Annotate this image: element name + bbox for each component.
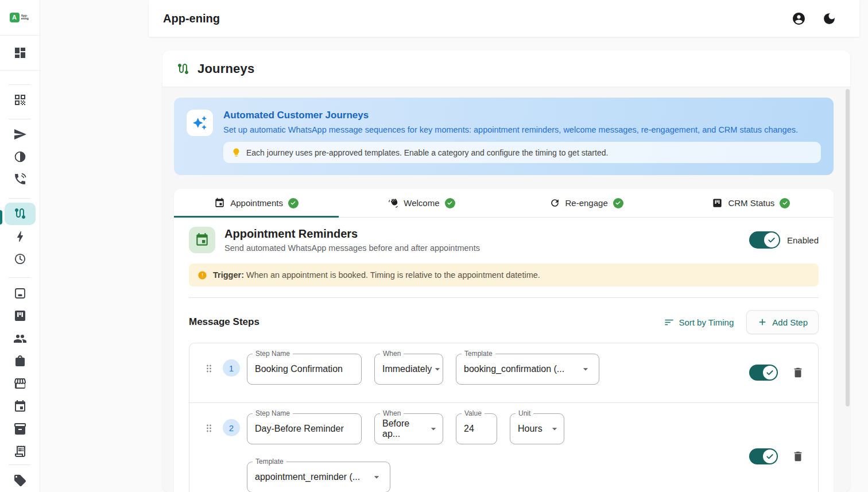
template-select[interactable]: Template booking_confirmation (...	[456, 354, 599, 385]
delete-step-button[interactable]	[792, 366, 804, 379]
chevron-down-icon	[428, 423, 439, 435]
sidebar-item-journeys[interactable]	[5, 203, 36, 225]
appointments-panel: Appointment Reminders Send automated Wha…	[174, 218, 834, 492]
page-body: Automated Customer Journeys Set up autom…	[162, 87, 850, 492]
field-label: Step Name	[253, 350, 293, 358]
calendar-icon	[189, 227, 215, 253]
chevron-down-icon	[549, 423, 560, 435]
step-number: 1	[223, 359, 240, 377]
sidebar-item-archive[interactable]	[0, 417, 40, 440]
enabled-label: Enabled	[787, 235, 819, 245]
theme-toggle-button[interactable]	[822, 11, 836, 26]
logo-badge: A	[10, 13, 20, 22]
sidebar-item-store[interactable]	[0, 373, 40, 395]
tab-appointments[interactable]: Appointments	[174, 189, 339, 217]
page-title: Journeys	[197, 61, 254, 76]
sidebar-item-schedule[interactable]	[0, 247, 40, 270]
delete-step-button[interactable]	[792, 450, 804, 463]
tab-crm-status[interactable]: CRM Status	[669, 189, 834, 217]
tab-label: Welcome	[404, 198, 439, 208]
step-name-input[interactable]	[255, 364, 354, 374]
value-input[interactable]	[464, 424, 489, 434]
trigger-banner: Trigger: When an appointment is booked. …	[189, 264, 819, 286]
people-icon	[13, 332, 27, 346]
tab-re-engage[interactable]: Re-engage	[504, 189, 669, 217]
sidebar-item-products[interactable]	[0, 350, 40, 372]
unit-value: Hours	[518, 424, 542, 434]
app-logo[interactable]: A App-ening	[0, 0, 40, 36]
sidebar-item-send[interactable]	[0, 123, 40, 145]
add-step-button[interactable]: Add Step	[746, 310, 819, 334]
sidebar-item-tags[interactable]	[0, 470, 40, 492]
archive-icon	[13, 422, 27, 436]
drag-handle[interactable]	[203, 363, 215, 385]
step-name-field[interactable]: Step Name	[247, 354, 362, 385]
sparkles-icon	[187, 110, 213, 136]
inbox-icon	[13, 286, 27, 300]
bolt-icon	[13, 230, 27, 243]
sidebar-item-contrast[interactable]	[0, 145, 40, 168]
step-enabled-toggle[interactable]	[749, 448, 778, 464]
divider	[9, 84, 31, 85]
verified-badge-icon	[445, 198, 455, 208]
sidebar-item-inbox[interactable]	[0, 282, 40, 305]
tab-welcome[interactable]: Welcome	[339, 189, 503, 217]
drag-dots-icon	[203, 363, 215, 374]
unit-select[interactable]: Unit Hours	[510, 413, 564, 444]
account-button[interactable]	[792, 11, 806, 26]
sort-icon	[664, 317, 675, 328]
scrollbar-thumb[interactable]	[846, 89, 850, 406]
sort-label: Sort by Timing	[679, 317, 734, 327]
calendar-icon	[13, 400, 27, 413]
receipt-icon	[13, 444, 27, 458]
alert-icon	[197, 270, 207, 280]
enabled-toggle[interactable]	[749, 231, 780, 249]
tab-label: Re-engage	[565, 198, 608, 208]
sidebar-item-automations[interactable]	[0, 225, 40, 247]
sidebar-item-calendar[interactable]	[0, 395, 40, 417]
step-name-input[interactable]	[255, 424, 354, 434]
sidebar-item-kanban[interactable]	[0, 305, 40, 327]
sidebar-item-orders[interactable]	[0, 440, 40, 462]
template-value: appointment_reminder (...	[255, 472, 360, 482]
when-select[interactable]: When Before ap...	[374, 413, 443, 444]
refresh-icon	[549, 197, 560, 208]
journey-categories-card: Appointments Welcome Re-engage CRM Statu…	[174, 189, 834, 492]
sidebar-item-calls[interactable]	[0, 168, 40, 191]
field-label: Value	[462, 409, 485, 417]
when-select[interactable]: When Immediately	[374, 354, 443, 385]
step-enabled-toggle[interactable]	[749, 365, 778, 381]
route-icon	[176, 62, 190, 76]
tag-icon	[13, 474, 27, 487]
field-label: Step Name	[253, 409, 293, 417]
field-label: When	[380, 350, 404, 358]
sidebar: A App-ening	[0, 0, 40, 492]
verified-badge-icon	[613, 198, 623, 208]
sidebar-item-dashboard[interactable]	[13, 41, 27, 64]
message-steps-title: Message Steps	[189, 316, 259, 328]
app-title: App-ening	[163, 12, 220, 25]
step-row-1: 1 Step Name When Immediately	[189, 343, 818, 402]
send-icon	[13, 127, 27, 141]
qr-code-icon	[13, 93, 27, 107]
journeys-card: Journeys Automated Customer Journeys Set…	[162, 51, 850, 492]
bag-icon	[13, 354, 27, 368]
account-icon	[792, 11, 806, 26]
tab-bar: Appointments Welcome Re-engage CRM Statu…	[174, 189, 834, 218]
page-header: Journeys	[162, 51, 850, 87]
value-field[interactable]: Value	[456, 413, 497, 444]
trash-icon	[792, 450, 804, 463]
kanban-icon	[13, 309, 27, 323]
toggle-check-icon	[763, 450, 777, 463]
sort-by-timing-button[interactable]: Sort by Timing	[664, 317, 734, 328]
divider	[9, 464, 31, 465]
chevron-down-icon	[371, 471, 382, 483]
step-name-field[interactable]: Step Name	[247, 413, 362, 444]
drag-handle[interactable]	[203, 423, 215, 492]
sidebar-item-qr[interactable]	[0, 89, 40, 111]
phone-icon	[13, 172, 27, 186]
banner-tip: Each journey uses pre-approved templates…	[223, 142, 821, 163]
dashboard-icon	[13, 46, 27, 60]
template-select[interactable]: Template appointment_reminder (...	[247, 462, 390, 492]
sidebar-item-contacts[interactable]	[0, 327, 40, 350]
